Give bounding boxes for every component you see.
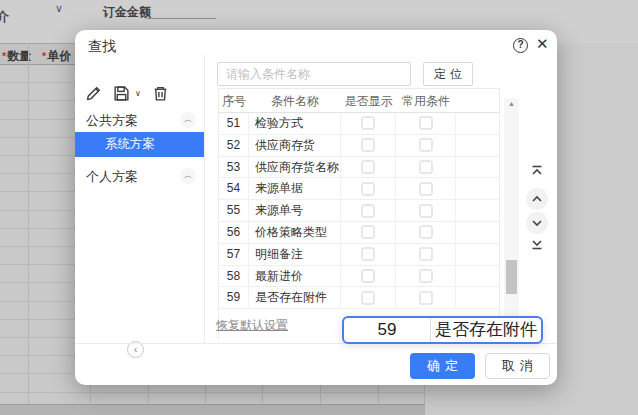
sidebar-group-public[interactable]: 公共方案 [86, 112, 138, 130]
table-row[interactable]: 57明细备注 [219, 244, 500, 266]
row-common-cell [396, 287, 456, 308]
common-checkbox[interactable] [419, 139, 432, 152]
required-star: * [42, 50, 46, 62]
scroll-up-icon[interactable]: ▲ [504, 100, 519, 107]
drag-ghost-row[interactable]: 59 是否存在附件 [342, 316, 543, 344]
show-checkbox[interactable] [362, 139, 375, 152]
dialog-title: 查找 [88, 38, 116, 56]
help-icon[interactable]: ? [513, 38, 528, 53]
row-seq: 58 [219, 266, 249, 287]
gridline [28, 43, 29, 415]
save-floppy-icon[interactable] [113, 85, 130, 102]
row-condition-name: 来源单据 [249, 178, 341, 199]
row-common-cell [396, 244, 456, 265]
row-condition-name: 检验方式 [249, 113, 341, 134]
chevron-down-icon[interactable]: ∨ [135, 89, 141, 98]
collapse-chevron-icon[interactable]: ︿ [180, 168, 196, 184]
common-checkbox[interactable] [419, 182, 432, 195]
table-row[interactable]: 53供应商存货名称 [219, 157, 500, 179]
table-row[interactable]: 55来源单号 [219, 200, 500, 222]
table-row[interactable]: 51检验方式 [219, 113, 500, 135]
row-seq: 54 [219, 178, 249, 199]
scheme-sidebar: ∨ 公共方案 ︿ 系统方案 个人方案 ︿ ‹ [75, 55, 205, 343]
row-show-cell [341, 287, 396, 308]
row-seq: 55 [219, 200, 249, 221]
restore-defaults-link[interactable]: 恢复默认设置 [216, 317, 288, 334]
condition-search-input[interactable] [217, 62, 411, 86]
move-down-icon[interactable] [526, 212, 548, 234]
row-condition-name: 供应商存货 [249, 135, 341, 156]
show-checkbox[interactable] [362, 248, 375, 261]
trash-icon[interactable] [152, 85, 169, 102]
column-header-show: 是否显示 [341, 89, 396, 113]
column-header-quantity: *数量 [2, 48, 31, 65]
row-condition-name: 最新进价 [249, 266, 341, 287]
table-row[interactable]: 52供应商存货 [219, 135, 500, 157]
row-common-cell [396, 200, 456, 221]
condition-table: 序号 条件名称 是否显示 常用条件 51检验方式52供应商存货53供应商存货名称… [218, 88, 500, 338]
row-show-cell [341, 200, 396, 221]
spreadsheet-footer-row [0, 404, 425, 415]
row-show-cell [341, 222, 396, 243]
row-seq: 52 [219, 135, 249, 156]
move-to-top-icon[interactable] [526, 164, 548, 186]
show-checkbox[interactable] [362, 160, 375, 173]
table-scrollbar[interactable]: ▲ ▼ [504, 98, 519, 342]
deposit-amount-label: 订金金额 [103, 4, 151, 21]
move-up-icon[interactable] [526, 188, 548, 210]
sidebar-toolbar: ∨ [85, 85, 169, 102]
row-show-cell [341, 157, 396, 178]
common-checkbox[interactable] [419, 269, 432, 282]
close-icon[interactable]: ✕ [536, 35, 549, 53]
move-to-bottom-icon[interactable] [526, 237, 548, 259]
required-star: * [2, 50, 6, 62]
find-dialog: 查找 ? ✕ ∨ 公共方案 ︿ 系统方案 个人方案 ︿ ‹ 定位 序号 条件名称 [75, 30, 557, 385]
show-checkbox[interactable] [362, 117, 375, 130]
background-partial-label: 介 [0, 8, 9, 26]
show-checkbox[interactable] [362, 226, 375, 239]
row-condition-name: 供应商存货名称 [249, 157, 341, 178]
show-checkbox[interactable] [362, 269, 375, 282]
common-checkbox[interactable] [419, 248, 432, 261]
column-header-unit-price: *单价 [42, 48, 71, 65]
common-checkbox[interactable] [419, 160, 432, 173]
edit-pencil-icon[interactable] [85, 85, 102, 102]
table-row[interactable]: 56价格策略类型 [219, 222, 500, 244]
show-checkbox[interactable] [362, 291, 375, 304]
row-show-cell [341, 178, 396, 199]
common-checkbox[interactable] [419, 226, 432, 239]
collapse-chevron-icon[interactable]: ︿ [180, 112, 196, 128]
show-checkbox[interactable] [362, 204, 375, 217]
sidebar-group-personal[interactable]: 个人方案 [86, 168, 138, 186]
row-common-cell [396, 222, 456, 243]
condition-table-header: 序号 条件名称 是否显示 常用条件 [219, 89, 499, 113]
cancel-button[interactable]: 取消 [485, 353, 550, 379]
row-common-cell [396, 135, 456, 156]
row-condition-name: 来源单号 [249, 200, 341, 221]
row-common-cell [396, 178, 456, 199]
scrollbar-thumb[interactable] [506, 260, 517, 294]
sidebar-item-system-scheme[interactable]: 系统方案 [75, 132, 204, 157]
deposit-amount-input-underline [147, 18, 216, 19]
ok-button[interactable]: 确定 [410, 353, 475, 379]
row-show-cell [341, 244, 396, 265]
row-show-cell [341, 266, 396, 287]
table-row[interactable]: 54来源单据 [219, 178, 500, 200]
column-header-common: 常用条件 [396, 89, 456, 113]
chevron-down-icon: ∨ [55, 2, 63, 15]
locate-button[interactable]: 定位 [423, 62, 473, 86]
row-condition-name: 明细备注 [249, 244, 341, 265]
common-checkbox[interactable] [419, 204, 432, 217]
row-seq: 53 [219, 157, 249, 178]
row-condition-name: 是否存在附件 [249, 287, 341, 308]
column-header-name: 条件名称 [249, 89, 341, 113]
row-seq: 57 [219, 244, 249, 265]
common-checkbox[interactable] [419, 117, 432, 130]
row-condition-name: 价格策略类型 [249, 222, 341, 243]
table-row[interactable]: 59是否存在附件 [219, 287, 500, 309]
common-checkbox[interactable] [419, 291, 432, 304]
row-show-cell [341, 135, 396, 156]
show-checkbox[interactable] [362, 182, 375, 195]
table-row[interactable]: 58最新进价 [219, 266, 500, 288]
row-common-cell [396, 266, 456, 287]
